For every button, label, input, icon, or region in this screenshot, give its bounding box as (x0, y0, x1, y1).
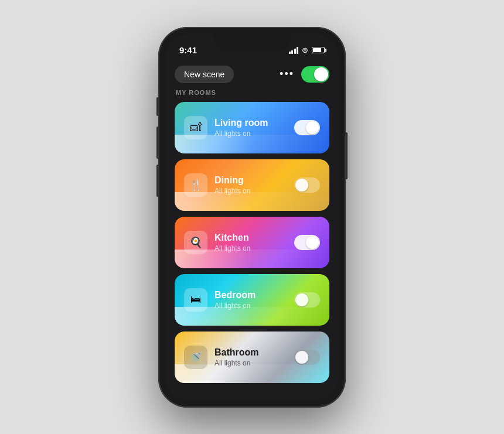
room-toggle-living-room[interactable] (294, 120, 320, 135)
room-subtitle-bedroom: All lights on (214, 302, 294, 310)
room-info-bathroom: Bathroom All lights on (207, 347, 294, 367)
room-toggle-bathroom[interactable] (294, 350, 320, 365)
room-subtitle-living-room: All lights on (214, 129, 294, 138)
status-time: 9:41 (179, 45, 197, 55)
toolbar: New scene ••• (175, 60, 329, 89)
room-name-bedroom: Bedroom (214, 290, 294, 300)
main-power-toggle[interactable] (301, 66, 329, 83)
room-info-living-room: Living room All lights on (207, 118, 294, 138)
room-subtitle-dining: All lights on (214, 187, 294, 195)
toolbar-right: ••• (280, 66, 329, 83)
room-subtitle-bathroom: All lights on (214, 359, 294, 367)
room-card-dining[interactable]: 🍴 Dining All lights on (175, 159, 329, 211)
room-name-bathroom: Bathroom (214, 347, 294, 358)
mute-button (156, 97, 158, 116)
signal-icon (289, 47, 299, 54)
room-card-kitchen[interactable]: 🍳 Kitchen All lights on (175, 217, 329, 268)
room-name-dining: Dining (214, 175, 294, 186)
room-icon-bathroom: 🚿 (184, 346, 207, 369)
room-icon-living-room: 🛋 (184, 116, 207, 139)
room-toggle-bedroom[interactable] (294, 292, 320, 307)
room-card-bathroom[interactable]: 🚿 Bathroom All lights on (175, 332, 329, 383)
section-header: MY ROOMS (175, 89, 329, 96)
wifi-icon: ⊜ (302, 46, 308, 54)
room-subtitle-kitchen: All lights on (214, 244, 294, 252)
battery-icon (312, 47, 325, 53)
volume-up-button (156, 127, 158, 159)
phone-frame: 9:41 ⊜ New scene ••• (158, 27, 346, 408)
room-name-kitchen: Kitchen (214, 233, 294, 243)
room-name-living-room: Living room (214, 118, 294, 128)
status-icons: ⊜ (289, 46, 325, 54)
power-button (346, 132, 348, 179)
rooms-list: 🛋 Living room All lights on 🍴 Dining All… (175, 102, 329, 383)
more-options-button[interactable]: ••• (280, 68, 294, 80)
room-card-bedroom[interactable]: 🛏 Bedroom All lights on (175, 274, 329, 326)
room-icon-kitchen: 🍳 (184, 231, 207, 254)
room-toggle-dining[interactable] (294, 177, 320, 193)
phone-screen: 9:41 ⊜ New scene ••• (165, 34, 339, 401)
room-card-living-room[interactable]: 🛋 Living room All lights on (175, 102, 329, 153)
room-info-bedroom: Bedroom All lights on (207, 290, 294, 310)
room-toggle-kitchen[interactable] (294, 235, 320, 250)
app-content: New scene ••• MY ROOMS 🛋 Living room A (165, 60, 339, 401)
room-icon-bedroom: 🛏 (184, 288, 207, 312)
status-bar: 9:41 ⊜ (165, 34, 339, 60)
room-icon-dining: 🍴 (184, 173, 207, 197)
notch (214, 34, 290, 50)
volume-down-button (156, 165, 158, 197)
room-info-kitchen: Kitchen All lights on (207, 233, 294, 252)
new-scene-button[interactable]: New scene (175, 66, 234, 83)
room-info-dining: Dining All lights on (207, 175, 294, 195)
